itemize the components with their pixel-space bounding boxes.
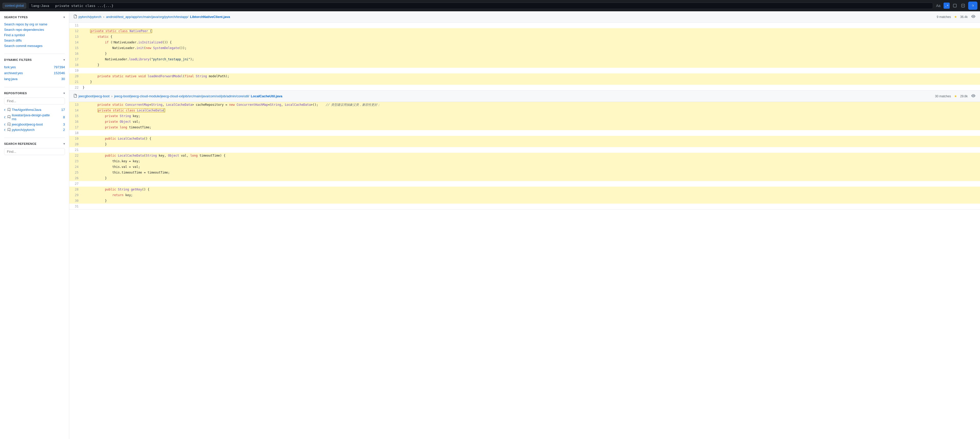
result-block-2: jeecgboot/jeecg-boot › jeecg-boot/jeecg-… <box>69 91 980 210</box>
code-line-2-19: 19 public LocalCacheData() { <box>69 136 980 142</box>
sidebar-item-search-diffs[interactable]: Search diffs <box>4 38 65 43</box>
match-box-2: private static class LocalCacheData{ <box>97 108 165 113</box>
divider1 <box>4 54 65 54</box>
code-line-2-14: 14 private static class LocalCacheData{ <box>69 108 980 113</box>
star-icon-1: ★ <box>954 15 957 19</box>
repo-jeecgboot-name[interactable]: jeecgboot/jeecg-boot <box>12 122 43 126</box>
structural-btn1[interactable] <box>952 3 958 9</box>
repo-row-algorithms: r: TheAlgorithms/Java 17 <box>4 107 65 113</box>
search-input[interactable] <box>31 4 930 8</box>
code-line-18: 18 } <box>69 62 980 68</box>
code-line-13: 13 static { <box>69 34 980 40</box>
repositories-title: REPOSITORIES <box>4 92 27 95</box>
repo-icon-3 <box>7 123 11 126</box>
repo-jeecgboot-count: 3 <box>63 122 65 126</box>
code-line-11: 11 <box>69 22 980 28</box>
eye-icon-1 <box>971 14 975 19</box>
filter-lang-key[interactable]: lang:java <box>4 77 18 81</box>
code-line-2-17: 17 private long timeoutTime; <box>69 124 980 130</box>
repo-link-2[interactable]: jeecgboot/jeecg-boot <box>78 94 110 98</box>
eye-btn-2[interactable] <box>971 93 976 99</box>
search-icon <box>972 3 974 8</box>
repo-pytorch-count: 2 <box>63 128 65 132</box>
repo-find-input[interactable] <box>4 97 65 105</box>
file-size-2: 29.8k <box>960 94 968 98</box>
dynamic-filters-header[interactable]: DYNAMIC FILTERS ▾ <box>4 58 65 62</box>
repo-jeecgboot-label[interactable]: r: jeecgboot/jeecg-boot <box>4 122 43 126</box>
chevron-down-icon-ref: ▾ <box>64 142 65 146</box>
structural-btn2[interactable] <box>960 3 966 9</box>
top-bar: context:global Aa .* <box>0 0 980 11</box>
search-reference-header[interactable]: SEARCH REFERENCE ▾ <box>4 142 65 146</box>
repo-iluwatar-name[interactable]: iluwatar/java-design-patterns <box>12 113 50 121</box>
result-path-1: pytorch/pytorch › android/test_app/app/s… <box>73 14 230 19</box>
code-line-14: 14 if (!NativeLoader.isInitialized()) { <box>69 40 980 45</box>
filename-link-1[interactable]: LibtorchNativeClient.java <box>190 15 230 19</box>
path-link-1[interactable]: android/test_app/app/src/main/java/org/p… <box>106 15 188 19</box>
search-reference-find-input[interactable] <box>4 148 65 155</box>
result-header-2: jeecgboot/jeecg-boot › jeecg-boot/jeecg-… <box>69 91 980 102</box>
regex-icon: .* <box>945 3 949 8</box>
repo-prefix-3: r: <box>4 122 6 126</box>
filter-fork-count: 797394 <box>54 65 65 69</box>
match-count-1: 9 matches <box>937 15 951 19</box>
code-line-2-16: 16 private Object val; <box>69 119 980 124</box>
repositories-section: REPOSITORIES ▾ r: TheAlgorithms/Java 17 … <box>0 91 69 132</box>
code-line-16: 16 } <box>69 51 980 56</box>
filter-row-lang: lang:java 30 <box>4 76 65 82</box>
search-types-header[interactable]: SEARCH TYPES ▾ <box>4 15 65 19</box>
repo-link-1[interactable]: pytorch/pytorch <box>78 15 102 19</box>
match-box-1: private static class NativePeer { <box>90 29 152 33</box>
repo-icon-1 <box>7 108 11 112</box>
code-line-2-25: 25 this.timeoutTime = timeoutTime; <box>69 170 980 175</box>
sidebar-item-find-symbol[interactable]: Find a symbol <box>4 32 65 38</box>
case-sensitive-btn[interactable]: Aa <box>935 3 942 9</box>
eye-btn-1[interactable] <box>971 14 976 20</box>
code-table-2: 13 private static ConcurrentMap<String, … <box>69 102 980 209</box>
repo-pytorch-label[interactable]: r: pytorch/pytorch <box>4 128 35 132</box>
code-line-2-26: 26 } <box>69 175 980 181</box>
code-line-2-13: 13 private static ConcurrentMap<String, … <box>69 102 980 108</box>
star-icon-2: ★ <box>954 94 957 98</box>
repo-algorithms-count: 17 <box>61 108 65 112</box>
chevron-down-icon: ▾ <box>64 15 65 19</box>
filter-archived-key[interactable]: archived:yes <box>4 71 23 75</box>
repo-iluwatar-label[interactable]: r: iluwatar/java-design-patterns <box>4 113 50 121</box>
result-path-2: jeecgboot/jeecg-boot › jeecg-boot/jeecg-… <box>73 94 282 98</box>
sidebar-item-search-repos[interactable]: Search repos by org or name <box>4 22 65 27</box>
repo-pytorch-name[interactable]: pytorch/pytorch <box>12 128 35 132</box>
path-link-2[interactable]: jeecg-boot/jeecg-cloud-module/jeecg-clou… <box>114 94 249 98</box>
context-label: context: <box>5 4 16 8</box>
regex-btn[interactable]: .* <box>943 3 950 9</box>
code-line-17: 17 NativeLoader.loadLibrary("pytorch_tes… <box>69 56 980 62</box>
search-button[interactable] <box>968 2 977 10</box>
code-line-2-29: 29 return key; <box>69 192 980 198</box>
code-line-2-22: 22 public LocalCacheData(String key, Obj… <box>69 153 980 158</box>
code-line-2-21: 21 <box>69 147 980 153</box>
result-header-1: pytorch/pytorch › android/test_app/app/s… <box>69 11 980 22</box>
code-line-21: 21 } <box>69 79 980 85</box>
code-line-22: 22 } <box>69 85 980 91</box>
sidebar-item-commit-messages[interactable]: Search commit messages <box>4 43 65 49</box>
filename-link-2[interactable]: LocalCacheUtil.java <box>251 94 282 98</box>
sidebar-item-repo-deps[interactable]: Search repo dependencies <box>4 27 65 32</box>
file-doc-icon-1 <box>73 14 77 19</box>
dynamic-filters-title: DYNAMIC FILTERS <box>4 58 32 61</box>
repo-algorithms-label[interactable]: r: TheAlgorithms/Java <box>4 108 41 112</box>
box1-icon <box>953 3 957 8</box>
dynamic-filters-section: DYNAMIC FILTERS ▾ fork:yes 797394 archiv… <box>0 58 69 82</box>
code-line-2-20: 20 } <box>69 142 980 147</box>
repo-row-iluwatar: r: iluwatar/java-design-patterns 8 <box>4 113 65 122</box>
search-reference-section: SEARCH REFERENCE ▾ <box>0 142 69 157</box>
search-bar[interactable] <box>28 3 933 9</box>
repo-algorithms-name[interactable]: TheAlgorithms/Java <box>12 108 41 112</box>
repositories-header[interactable]: REPOSITORIES ▾ <box>4 91 65 95</box>
search-reference-title: SEARCH REFERENCE <box>4 142 37 145</box>
code-line-20: 20 private static native void loadAndFor… <box>69 73 980 79</box>
search-types-title: SEARCH TYPES <box>4 16 28 19</box>
repo-icon-4 <box>7 128 11 132</box>
context-badge[interactable]: context:global <box>3 3 26 8</box>
repo-prefix-2: r: <box>4 115 6 119</box>
filter-fork-key[interactable]: fork:yes <box>4 65 16 69</box>
code-table-1: 11 12 private static class NativePeer { … <box>69 22 980 91</box>
